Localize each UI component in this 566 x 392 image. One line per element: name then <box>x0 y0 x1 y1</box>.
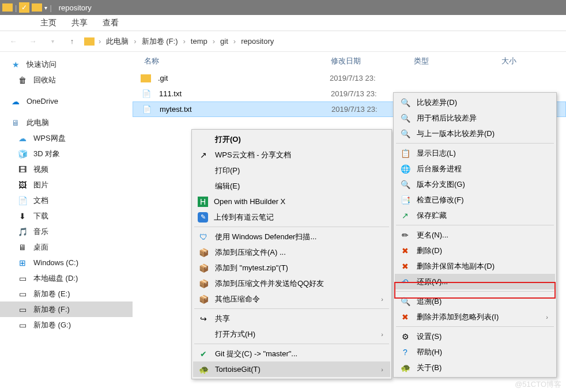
sidebar-item-pictures[interactable]: 🖼 图片 <box>0 177 133 193</box>
column-date[interactable]: 修改日期 <box>331 56 414 66</box>
menu-daemon[interactable]: 🌐后台服务进程 <box>395 161 555 176</box>
share-icon: ↗ <box>198 149 209 161</box>
sidebar-item-drive-g[interactable]: ▭ 新加卷 (G:) <box>0 317 133 333</box>
nav-up-button[interactable]: ↑ <box>65 34 80 49</box>
column-name[interactable]: 名称 <box>144 56 331 66</box>
menu-git-commit[interactable]: ✔Git 提交(C) -> "master"... <box>193 346 390 361</box>
menu-hbuilder[interactable]: HOpen with HBuilder X <box>193 194 390 209</box>
menu-add-zip-t[interactable]: 📦添加到 "mytest.zip"(T) <box>193 260 390 276</box>
sidebar-item-drive-d[interactable]: ▭ 本地磁盘 (D:) <box>0 270 133 286</box>
menu-print[interactable]: 打印(P) <box>193 163 390 178</box>
tab-view[interactable]: 查看 <box>103 18 119 28</box>
menu-delete[interactable]: ✖删除(D) <box>395 243 555 258</box>
delete-icon: ✖ <box>399 261 411 272</box>
menu-revert[interactable]: ↶还原(V)... <box>395 274 555 289</box>
menu-open-with[interactable]: 打开方式(H)› <box>193 326 390 342</box>
sidebar-item-drive-f[interactable]: ▭ 新加卷 (F:) <box>0 301 133 317</box>
menu-youdao[interactable]: ✎上传到有道云笔记 <box>193 209 390 225</box>
sidebar-item-label: 新加卷 (E:) <box>33 289 70 299</box>
column-size[interactable]: 大小 <box>501 56 516 66</box>
menu-separator <box>396 225 554 225</box>
menu-edit[interactable]: 编辑(E) <box>193 178 390 194</box>
stash-icon: ↗ <box>399 210 411 221</box>
menu-wps-cloud[interactable]: ↗WPS云文档 - 分享文档 <box>193 147 390 163</box>
menu-rename[interactable]: ✏更名(N)... <box>395 227 555 243</box>
sidebar-item-documents[interactable]: 📄 文档 <box>0 193 133 208</box>
chevron-right-icon: › <box>546 314 548 321</box>
sidebar-item-label: 本地磁盘 (D:) <box>33 273 78 284</box>
sidebar-item-label: 下载 <box>33 211 48 221</box>
qat-check-icon[interactable]: ✓ <box>19 2 29 13</box>
menu-show-log[interactable]: 📋显示日志(L) <box>395 145 555 161</box>
breadcrumb-item[interactable]: temp <box>188 36 210 47</box>
breadcrumb[interactable]: › 此电脑 › 新加卷 (F:) › temp › git › reposito… <box>84 35 276 48</box>
window-title: repository <box>59 3 92 12</box>
menu-settings[interactable]: ⚙设置(S) <box>395 329 555 344</box>
titlebar-divider: | <box>15 3 17 12</box>
qat-dropdown-icon[interactable]: ▾ <box>44 5 47 11</box>
menu-other-zip[interactable]: 📦其他压缩命令› <box>193 291 390 307</box>
sidebar-item-videos[interactable]: 🎞 视频 <box>0 161 133 177</box>
menu-diff-prev[interactable]: 🔍与上一版本比较差异(D) <box>395 126 555 141</box>
breadcrumb-item[interactable]: 新加卷 (F:) <box>139 35 180 48</box>
menu-diff[interactable]: 🔍比较差异(D) <box>395 95 555 110</box>
recycle-icon: 🗑 <box>17 75 28 85</box>
diff-icon: 🔍 <box>399 112 411 124</box>
menu-add-zip-a[interactable]: 📦添加到压缩文件(A) ... <box>193 244 390 260</box>
nav-back-button[interactable]: ← <box>6 34 21 49</box>
nav-forward-button[interactable]: → <box>25 34 40 49</box>
sidebar-item-wps[interactable]: ☁ WPS网盘 <box>0 130 133 146</box>
menu-defender[interactable]: 🛡使用 Windows Defender扫描... <box>193 229 390 244</box>
nav-history-dropdown[interactable]: ▾ <box>45 34 60 49</box>
tab-share[interactable]: 共享 <box>71 18 88 28</box>
column-headers[interactable]: 名称 修改日期 类型 大小 <box>133 52 566 70</box>
file-row[interactable]: .git 2019/7/13 23: <box>133 70 566 86</box>
chevron-right-icon: › <box>381 296 383 303</box>
file-date: 2019/7/13 23: <box>330 74 416 82</box>
column-type[interactable]: 类型 <box>414 56 501 66</box>
sidebar-item-desktop[interactable]: 🖥 桌面 <box>0 239 133 255</box>
sidebar-item-music[interactable]: 🎵 音乐 <box>0 224 133 239</box>
sidebar-item-downloads[interactable]: ⬇ 下载 <box>0 208 133 224</box>
txt-modified-icon: 📄 <box>141 104 153 115</box>
menu-open[interactable]: 打开(O) <box>193 131 390 147</box>
txt-icon: 📄 <box>141 88 152 100</box>
menu-blame[interactable]: 🔍追溯(B) <box>395 293 555 309</box>
sidebar-item-onedrive[interactable]: ☁ OneDrive <box>0 93 133 109</box>
sidebar-item-label: 图片 <box>33 180 48 190</box>
menu-about[interactable]: 🐢关于(B) <box>395 360 555 375</box>
sidebar-item-3d[interactable]: 🧊 3D 对象 <box>0 146 133 161</box>
sidebar-item-label: 桌面 <box>33 242 48 252</box>
tab-home[interactable]: 主页 <box>40 18 56 28</box>
log-icon: 📋 <box>399 148 411 159</box>
menu-add-ignore[interactable]: ✖删除并添加到忽略列表(I)› <box>395 309 555 325</box>
blame-icon: 🔍 <box>399 296 411 307</box>
sidebar-item-drive-c[interactable]: ⊞ Windows (C:) <box>0 255 133 270</box>
menu-diff-later[interactable]: 🔍用于稍后比较差异 <box>395 110 555 126</box>
sidebar-item-quick-access[interactable]: ★ 快速访问 <box>0 56 133 72</box>
breadcrumb-item[interactable]: repository <box>239 36 276 47</box>
sidebar-item-label: Windows (C:) <box>33 258 78 267</box>
file-name: 111.txt <box>159 89 331 98</box>
sidebar-item-drive-e[interactable]: ▭ 新加卷 (E:) <box>0 286 133 301</box>
menu-separator <box>396 326 554 327</box>
menu-add-zip-qq[interactable]: 📦添加到压缩文件并发送给QQ好友 <box>193 276 390 291</box>
menu-help[interactable]: ?帮助(H) <box>395 344 555 360</box>
menu-check-modifications[interactable]: 📑检查已修改(F) <box>395 192 555 208</box>
chevron-right-icon: › <box>97 37 103 46</box>
sidebar-item-this-pc[interactable]: 🖥 此电脑 <box>0 115 133 130</box>
menu-delete-keep[interactable]: ✖删除并保留本地副本(D) <box>395 258 555 274</box>
breadcrumb-item[interactable]: 此电脑 <box>104 35 131 48</box>
menu-tortoisegit[interactable]: 🐢TortoiseGit(T)› <box>193 361 390 377</box>
context-submenu-tortoisegit: 🔍比较差异(D) 🔍用于稍后比较差异 🔍与上一版本比较差异(D) 📋显示日志(L… <box>393 92 557 378</box>
menu-stash[interactable]: ↗保存贮藏 <box>395 208 555 223</box>
cube-icon: 🧊 <box>17 149 28 159</box>
menu-share[interactable]: ↪共享 <box>193 311 390 326</box>
desktop-icon: 🖥 <box>17 242 28 252</box>
sidebar-item-recycle[interactable]: 🗑 回收站 📌 <box>0 72 133 88</box>
menu-revision-graph[interactable]: 🔍版本分支图(G) <box>395 176 555 192</box>
globe-icon: 🌐 <box>399 163 411 175</box>
qat-folder-icon[interactable] <box>32 3 42 12</box>
hbuilder-icon: H <box>198 197 208 207</box>
breadcrumb-item[interactable]: git <box>218 36 231 47</box>
